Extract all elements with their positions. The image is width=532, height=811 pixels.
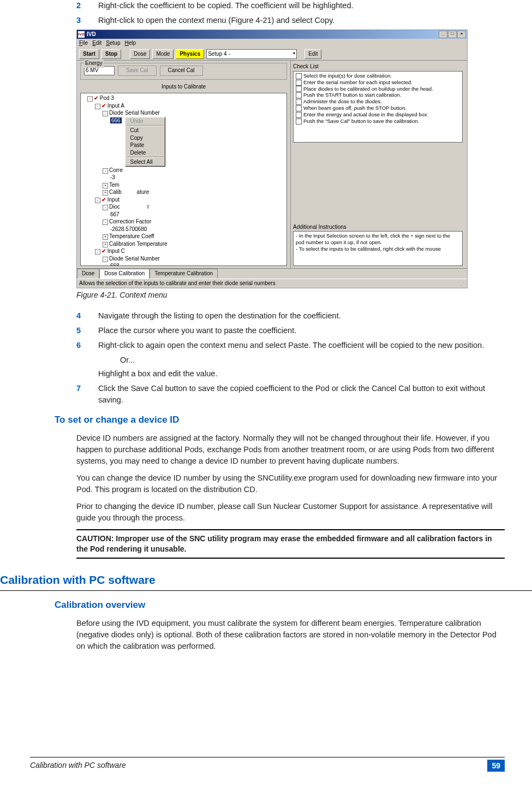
minimize-button[interactable]: _: [439, 31, 447, 38]
setup-dropdown[interactable]: Setup 4 -: [206, 49, 297, 60]
step-2: 2 Right-click the coefficient to be copi…: [76, 0, 505, 11]
resize-grip-icon[interactable]: ⋰: [461, 280, 465, 288]
mode-button[interactable]: Mode: [152, 49, 174, 60]
maximize-button[interactable]: □: [448, 31, 457, 38]
step-text: Place the cursor where you want to paste…: [98, 325, 505, 336]
heading-calibration-pc: Calibration with PC software: [0, 572, 505, 588]
screenshot-figure: ivd IVD _ □ × File Edit Setup Help Start…: [76, 29, 468, 288]
page-footer: Calibration with PC software 59: [0, 757, 532, 772]
selected-value[interactable]: 666: [110, 117, 122, 123]
window-titlebar[interactable]: ivd IVD _ □ ×: [77, 30, 467, 39]
addl-label: Additional Instructions: [293, 223, 463, 232]
step-number: 2: [76, 0, 98, 11]
footer-title: Calibration with PC software: [30, 760, 126, 772]
step-4: 4 Navigate through the listing to open t…: [76, 310, 505, 322]
energy-group: Energy 6 MV Save Cal Cancel Cal: [80, 63, 287, 80]
step-number: 4: [76, 310, 98, 322]
menu-edit[interactable]: Edit: [92, 39, 101, 48]
menu-file[interactable]: File: [79, 39, 88, 48]
page-number: 59: [487, 760, 505, 772]
ctx-selectall[interactable]: Select All: [125, 158, 164, 166]
checkbox[interactable]: [296, 86, 302, 92]
app-icon: ivd: [78, 31, 85, 38]
checkbox[interactable]: [296, 92, 302, 98]
inputs-header: Inputs to Calibrate: [80, 83, 287, 91]
or-label: Or...: [98, 354, 505, 366]
checkbox[interactable]: [296, 99, 302, 105]
menubar[interactable]: File Edit Setup Help: [77, 39, 467, 48]
ctx-undo[interactable]: Undo: [125, 117, 164, 125]
step-text: Right-click to again open the context me…: [98, 340, 505, 351]
menu-help[interactable]: Help: [125, 39, 136, 48]
tab-temperature-calibration[interactable]: Temperature Calibration: [150, 269, 218, 279]
para: You can change the device ID number by u…: [76, 472, 505, 495]
step-number: 5: [76, 325, 98, 336]
step-3: 3 Right-click to open the context menu (…: [76, 15, 505, 26]
window-title: IVD: [87, 31, 96, 39]
menu-setup[interactable]: Setup: [106, 39, 120, 48]
addl-instructions: - In the Input Selection screen to the l…: [293, 231, 463, 266]
step-6: 6 Right-click to again open the context …: [76, 340, 505, 351]
checkbox[interactable]: [296, 119, 302, 125]
rule: [76, 558, 505, 559]
step-text: Right-click the coefficient to be copied…: [98, 0, 505, 11]
toolbar: Start Stop Dose Mode Physics Setup 4 - E…: [77, 48, 467, 61]
ctx-paste[interactable]: Paste: [125, 141, 164, 149]
para: Before using the IVD equipment, you must…: [76, 618, 505, 652]
ctx-cut[interactable]: Cut: [125, 127, 164, 134]
step-text: Right-click to open the context menu (Fi…: [98, 15, 505, 26]
edit-button[interactable]: Edit: [304, 49, 321, 60]
close-button[interactable]: ×: [457, 31, 466, 38]
checkbox[interactable]: [296, 80, 302, 86]
save-cal-button[interactable]: Save Cal: [118, 66, 157, 76]
para: Prior to changing the device ID number, …: [76, 501, 505, 524]
start-button[interactable]: Start: [79, 49, 99, 60]
tab-dose-calibration[interactable]: Dose Calibration: [99, 269, 150, 279]
context-menu[interactable]: Undo Cut Copy Paste Delete Select All: [125, 117, 165, 167]
step-7: 7 Click the Save Cal button to save the …: [76, 383, 505, 406]
step-text: Click the Save Cal button to save the co…: [98, 383, 505, 406]
checklist: Select the input(s) for dose calibration…: [293, 71, 463, 143]
heading-device-id: To set or change a device ID: [55, 413, 505, 427]
checkbox[interactable]: [296, 105, 302, 111]
stop-button[interactable]: Stop: [101, 49, 121, 60]
rule: [76, 529, 505, 530]
step-text: Navigate through the listing to open the…: [98, 310, 505, 322]
statusbar: Allows the selection of the inputs to ca…: [77, 279, 467, 288]
figure-caption: Figure 4-21. Context menu: [76, 289, 505, 300]
physics-button[interactable]: Physics: [176, 49, 204, 60]
cancel-cal-button[interactable]: Cancel Cal: [160, 66, 203, 76]
ctx-copy[interactable]: Copy: [125, 134, 164, 142]
ctx-delete[interactable]: Delete: [125, 149, 164, 157]
caution-text: CAUTION: Improper use of the SNC utility…: [76, 534, 505, 554]
energy-legend: Energy: [84, 60, 104, 68]
tab-dose[interactable]: Dose: [77, 269, 99, 279]
heading-calibration-overview: Calibration overview: [55, 599, 505, 612]
step-number: 6: [76, 340, 98, 351]
bottom-tabs[interactable]: Dose Dose Calibration Temperature Calibr…: [77, 268, 467, 279]
checklist-label: Check List: [293, 63, 463, 71]
para: Device ID numbers are assigned at the fa…: [76, 433, 505, 467]
tree-view[interactable]: -✔ Pod 3 -✔ Input A -Diode Serial Number…: [80, 93, 287, 266]
highlight-line: Highlight a box and edit the value.: [76, 368, 505, 380]
step-5: 5 Place the cursor where you want to pas…: [76, 325, 505, 336]
rule: [0, 590, 532, 591]
checkbox[interactable]: [296, 73, 302, 79]
dose-button[interactable]: Dose: [130, 49, 150, 60]
step-number: 7: [76, 383, 98, 406]
checkbox[interactable]: [296, 112, 302, 118]
step-number: 3: [76, 15, 98, 26]
